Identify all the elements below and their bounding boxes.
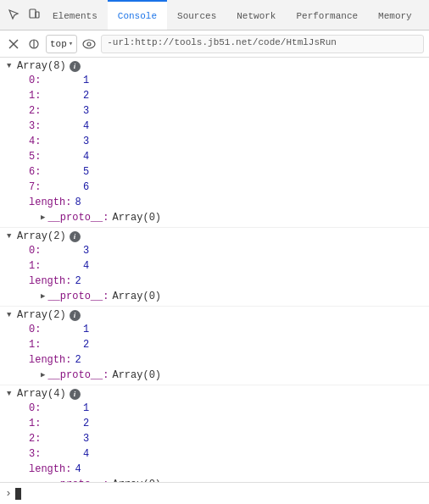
svg-point-7 [87, 42, 91, 46]
svg-rect-1 [36, 12, 39, 18]
array-header[interactable]: Array(4)i [0, 387, 429, 401]
toolbar: top ▾ -url:http://tools.jb51.net/code/Ht… [0, 30, 429, 58]
entry-value: 6 [83, 180, 89, 195]
info-icon[interactable]: i [70, 231, 81, 242]
entry-value: 1 [83, 73, 89, 88]
entry-key: 3: [29, 446, 80, 462]
tab-bar: ElementsConsoleSourcesNetworkPerformance… [0, 0, 429, 30]
cursor [15, 488, 21, 500]
tab-console[interactable]: Console [108, 0, 167, 30]
list-item: 4: 3 [25, 134, 429, 149]
entry-value: 3 [83, 243, 89, 258]
array-label: Array(2) [17, 230, 66, 242]
length-row: length: 2 [25, 274, 429, 289]
entry-value: 2 [83, 416, 89, 431]
tab-performance[interactable]: Performance [286, 0, 368, 30]
list-item: 1: 2 [25, 337, 429, 352]
entry-key: 0: [29, 73, 80, 88]
entry-key: 0: [29, 322, 80, 337]
chevron-down-icon: ▾ [69, 39, 73, 48]
tab-sources[interactable]: Sources [167, 0, 226, 30]
entry-value: 3 [83, 103, 89, 119]
proto-row[interactable]: ▶__proto__:Array(0) [25, 210, 429, 225]
expand-triangle-icon [7, 232, 15, 241]
list-item: 2: 3 [25, 103, 429, 119]
expand-triangle-icon [7, 311, 15, 319]
entry-value: 4 [83, 149, 89, 164]
entry-value: 3 [83, 431, 89, 446]
length-value: 4 [75, 462, 81, 477]
clear-console-icon[interactable] [5, 36, 22, 53]
entry-value: 4 [83, 446, 89, 462]
console-input-row[interactable]: › [0, 482, 429, 504]
list-item: 3: 4 [25, 119, 429, 134]
entry-value: 5 [83, 164, 89, 180]
list-item: 0: 1 [25, 401, 429, 416]
array-block: Array(8)i0: 11: 22: 33: 44: 35: 46: 57: … [0, 58, 429, 228]
list-item: 6: 5 [25, 164, 429, 180]
entry-key: 1: [29, 88, 80, 103]
entry-key: 1: [29, 258, 80, 274]
list-item: 1: 4 [25, 258, 429, 274]
array-header[interactable]: Array(8)i [0, 59, 429, 73]
entry-key: 1: [29, 337, 80, 352]
entry-key: 6: [29, 164, 80, 180]
length-key: length: [29, 195, 71, 210]
url-display: -url:http://tools.jb51.net/code/HtmlJsRu… [101, 35, 424, 53]
expand-triangle-icon [7, 390, 15, 398]
tab-memory[interactable]: Memory [368, 0, 422, 30]
info-icon[interactable]: i [70, 61, 81, 72]
length-row: length: 2 [25, 352, 429, 368]
info-icon[interactable]: i [70, 310, 81, 321]
proto-triangle-icon: ▶ [41, 289, 45, 304]
proto-triangle-icon: ▶ [41, 210, 45, 225]
filter-icon[interactable] [25, 36, 42, 53]
info-icon[interactable]: i [70, 389, 81, 400]
array-block: Array(2)i0: 11: 2length: 2▶__proto__:Arr… [0, 307, 429, 385]
length-row: length: 8 [25, 195, 429, 210]
context-selector[interactable]: top ▾ [46, 35, 77, 53]
entry-key: 7: [29, 180, 80, 195]
entry-key: 2: [29, 431, 80, 446]
list-item: 0: 1 [25, 322, 429, 337]
array-entries: 0: 31: 4length: 2▶__proto__:Array(0) [0, 243, 429, 304]
cursor-icon[interactable] [5, 6, 22, 23]
list-item: 0: 3 [25, 243, 429, 258]
eye-icon[interactable] [81, 36, 98, 53]
entry-value: 1 [83, 322, 89, 337]
list-item: 2: 3 [25, 431, 429, 446]
svg-rect-0 [30, 9, 36, 18]
array-entries: 0: 11: 22: 33: 4length: 4▶__proto__:Arra… [0, 401, 429, 482]
proto-key: __proto__: [47, 368, 109, 383]
proto-value: Array(0) [112, 210, 161, 225]
entry-value: 2 [83, 88, 89, 103]
list-item: 7: 6 [25, 180, 429, 195]
entry-key: 1: [29, 416, 80, 431]
list-item: 1: 2 [25, 416, 429, 431]
array-label: Array(4) [17, 388, 66, 400]
tabs-container: ElementsConsoleSourcesNetworkPerformance… [42, 0, 422, 30]
entry-key: 3: [29, 119, 80, 134]
entry-value: 1 [83, 401, 89, 416]
entry-value: 2 [83, 337, 89, 352]
context-label: top [50, 39, 67, 49]
array-header[interactable]: Array(2)i [0, 308, 429, 322]
length-value: 2 [75, 274, 81, 289]
prompt-icon: › [5, 487, 12, 500]
device-icon[interactable] [25, 6, 42, 23]
devtools-icons [0, 0, 47, 30]
proto-row[interactable]: ▶__proto__:Array(0) [25, 368, 429, 383]
entry-value: 4 [83, 119, 89, 134]
svg-point-6 [83, 40, 95, 48]
proto-key: __proto__: [47, 289, 109, 304]
list-item: 0: 1 [25, 73, 429, 88]
proto-value: Array(0) [112, 289, 161, 304]
array-header[interactable]: Array(2)i [0, 230, 429, 243]
array-block: Array(2)i0: 31: 4length: 2▶__proto__:Arr… [0, 228, 429, 307]
console-content: Array(8)i0: 11: 22: 33: 44: 35: 46: 57: … [0, 58, 429, 482]
proto-row[interactable]: ▶__proto__:Array(0) [25, 289, 429, 304]
length-value: 2 [75, 352, 81, 368]
tab-network[interactable]: Network [226, 0, 286, 30]
array-label: Array(2) [17, 309, 66, 321]
tab-elements[interactable]: Elements [42, 0, 108, 30]
